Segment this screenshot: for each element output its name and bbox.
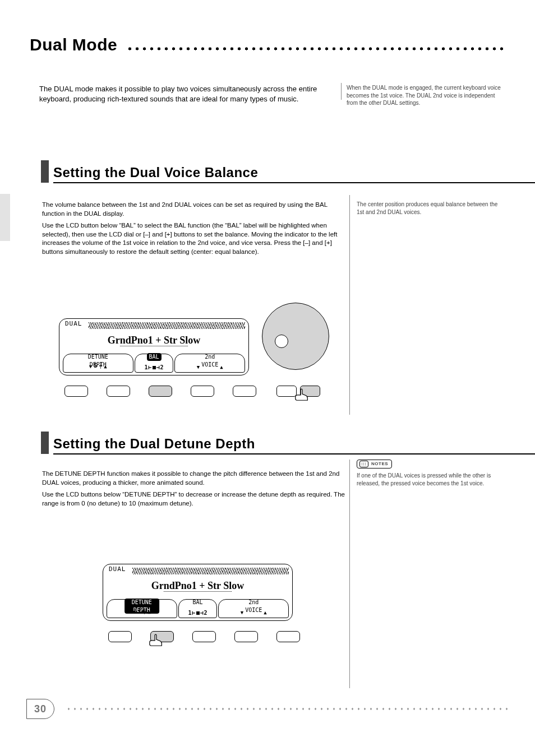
lcd-mode-label: DUAL — [109, 565, 126, 574]
notes-badge-label: NOTES — [371, 461, 388, 467]
section-2-body-right: NOTES If one of the DUAL voices is press… — [357, 460, 502, 490]
lcd-screen-1: DUAL GrndPno1 + Str Slow DETUNE DEPTH ▼5… — [59, 318, 249, 375]
pointing-hand-icon — [293, 386, 310, 402]
dial-hub — [275, 335, 288, 348]
figure-2: DUAL GrndPno1 + Str Slow DETUNE DEPTH ▼7… — [103, 564, 293, 659]
lcd-tab-bal: BAL 1⊢⊣2 — [178, 599, 218, 618]
section-bar-icon — [41, 432, 49, 454]
bal-pointer-icon — [153, 366, 156, 369]
lcd-screen-2: DUAL GrndPno1 + Str Slow DETUNE DEPTH ▼7… — [103, 564, 293, 621]
data-dial[interactable] — [262, 303, 340, 370]
lcd-tab-bal-label: BAL — [146, 353, 161, 361]
bal-line-icon: ⊢ — [148, 364, 151, 370]
lcd-button-4[interactable] — [234, 631, 258, 642]
section-1-rule — [53, 182, 535, 183]
section-2-rule — [53, 453, 535, 454]
center-marker-icon: ┿ — [143, 609, 146, 614]
bal-line-icon: ⊣ — [156, 364, 160, 370]
section-1-body-left: The volume balance between the 1st and 2… — [42, 201, 345, 259]
section-2-para-2: Use the LCD buttons below “DETUNE DEPTH”… — [42, 490, 345, 508]
lcd-bal-left: 1 — [188, 610, 191, 616]
intro-separator — [341, 83, 342, 100]
lcd-button-3[interactable] — [149, 386, 172, 397]
lcd-button-4[interactable] — [191, 386, 214, 397]
intro-left: The DUAL mode makes it possible to play … — [39, 84, 342, 107]
lcd-tab-detune: DETUNE DEPTH ▼5┿▲ — [63, 354, 133, 373]
lcd-hatch-pattern — [132, 568, 289, 574]
intro-right: When the DUAL mode is engaged, the curre… — [347, 84, 504, 110]
pointing-hand-icon — [147, 631, 164, 648]
section-1-right-para: The center position produces equal balan… — [357, 201, 502, 216]
section-1-body-right: The center position produces equal balan… — [357, 201, 502, 219]
lcd-tab-bal-label: BAL — [190, 599, 205, 606]
section-1-heading: Setting the Dual Voice Balance — [41, 160, 494, 183]
lcd-mode-label: DUAL — [65, 320, 82, 328]
page-number: 30 — [26, 699, 54, 719]
lcd-button-3[interactable] — [192, 631, 216, 642]
lcd-button-1[interactable] — [64, 386, 88, 397]
lcd-tab-bal: BAL 1⊢⊣2 — [135, 354, 174, 373]
section-2-title: Setting the Dual Detune Depth — [53, 435, 255, 453]
bal-pointer-icon — [196, 611, 200, 615]
section-2-col-divider — [349, 460, 350, 688]
lcd-button-1[interactable] — [108, 631, 132, 642]
footer-dot-leader — [66, 708, 509, 710]
lcd-button-2[interactable] — [107, 386, 130, 397]
lcd-button-5[interactable] — [233, 386, 256, 397]
notes-badge: NOTES — [357, 460, 392, 469]
down-triangle-icon: ▼ — [197, 364, 200, 370]
lcd-underline — [120, 346, 188, 346]
section-1-para-1: The volume balance between the 1st and 2… — [42, 201, 345, 218]
section-2-heading: Setting the Dual Detune Depth — [41, 432, 494, 454]
section-2-notes-text: If one of the DUAL voices is pressed whi… — [357, 472, 502, 487]
up-triangle-icon: ▲ — [220, 364, 223, 370]
lcd-voice-line: GrndPno1 + Str Slow — [103, 579, 292, 592]
lcd-hatch-pattern — [89, 322, 245, 329]
section-1-col-divider — [349, 195, 350, 415]
lcd-detune-value-2: 7 — [137, 607, 141, 616]
lcd-voice-line: GrndPno1 + Str Slow — [59, 333, 248, 347]
page-edge-tab — [0, 194, 10, 241]
up-triangle-icon: ▲ — [264, 609, 266, 616]
page-header: Dual Mode — [30, 34, 505, 57]
lcd-bal-right: 2 — [160, 364, 164, 370]
section-1-title: Setting the Dual Voice Balance — [53, 164, 258, 182]
lcd-tab-detune: DETUNE DEPTH ▼7┿▲ — [107, 599, 177, 618]
lcd-detune-value-1: 5 — [94, 362, 98, 370]
header-dot-leader — [126, 47, 505, 50]
keyboard-icon — [359, 461, 368, 467]
section-1-para-2: Use the LCD button below “BAL” to select… — [42, 221, 345, 256]
up-triangle-icon: ▲ — [147, 609, 150, 615]
bal-line-icon: ⊣ — [200, 610, 204, 616]
lcd-underline — [164, 591, 232, 592]
section-2-body-left: The DETUNE DEPTH function makes it possi… — [42, 470, 345, 511]
lcd-bal-right: 2 — [204, 610, 207, 616]
lcd-button-5[interactable] — [276, 631, 300, 642]
lcd-tab-2nd-voice: 2nd VOICE ▼▲ — [174, 354, 245, 373]
figure-1: DUAL GrndPno1 + Str Slow DETUNE DEPTH ▼5… — [59, 318, 339, 414]
down-triangle-icon: ▼ — [89, 363, 92, 370]
lcd-tab-2nd-voice: 2nd VOICE ▼▲ — [218, 599, 289, 618]
intro-left-text: The DUAL mode makes it possible to play … — [39, 84, 342, 104]
bal-line-icon: ⊢ — [192, 610, 195, 616]
page-footer: 30 — [26, 699, 509, 719]
up-triangle-icon: ▲ — [104, 363, 107, 370]
page-title: Dual Mode — [30, 34, 117, 57]
section-bar-icon — [41, 160, 49, 183]
lcd-bal-left: 1 — [144, 364, 147, 370]
center-marker-icon: ┿ — [99, 364, 102, 369]
down-triangle-icon: ▼ — [133, 609, 136, 615]
down-triangle-icon: ▼ — [241, 609, 243, 616]
section-2-para-1: The DETUNE DEPTH function makes it possi… — [42, 470, 345, 487]
intro-right-text: When the DUAL mode is engaged, the curre… — [347, 84, 504, 107]
